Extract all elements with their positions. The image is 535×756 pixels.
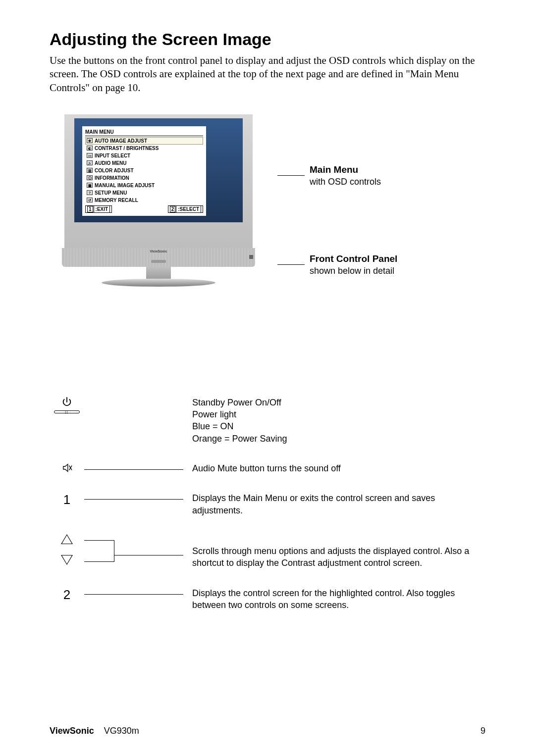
osd-item-label: CONTRAST / BRIGHTNESS bbox=[95, 146, 159, 151]
down-arrow-icon bbox=[61, 555, 73, 565]
button-1-description: Displays the Main Menu or exits the cont… bbox=[192, 492, 485, 516]
monitor-chin: ViewSonic bbox=[62, 248, 255, 267]
callout-line bbox=[277, 264, 305, 265]
key-2: 2 bbox=[170, 206, 176, 212]
exit-label: :EXIT bbox=[94, 205, 110, 213]
power-desc-line: Orange = Power Saving bbox=[192, 433, 485, 445]
osd-item: ✥AUTO IMAGE ADJUST bbox=[85, 137, 203, 145]
front-panel-control-location bbox=[249, 255, 253, 259]
leader-line bbox=[84, 561, 114, 562]
osd-item: ▦MANUAL IMAGE ADJUST bbox=[85, 182, 203, 189]
monitor-stand-neck bbox=[146, 267, 171, 279]
power-icon bbox=[61, 397, 72, 407]
manual-icon: ▦ bbox=[87, 183, 93, 188]
arrows-description: Scrolls through menu options and adjusts… bbox=[192, 545, 485, 569]
select-label: :SELECT bbox=[176, 205, 201, 213]
up-arrow-icon bbox=[61, 534, 73, 544]
callout-main-menu-sub: with OSD controls bbox=[310, 177, 381, 187]
osd-item-label: INPUT SELECT bbox=[95, 153, 130, 158]
callout-fpc-title: Front Control Panel bbox=[310, 253, 397, 264]
contrast-icon: ◐ bbox=[87, 146, 93, 151]
power-desc-line: Standby Power On/Off bbox=[192, 397, 485, 408]
osd-select-button: 2:SELECT bbox=[168, 205, 203, 213]
osd-item-label: AUTO IMAGE ADJUST bbox=[95, 138, 147, 144]
leader-line bbox=[114, 555, 183, 555]
osd-item: ?SETUP MENU bbox=[85, 189, 203, 197]
osd-menu-title: MAIN MENU bbox=[85, 129, 203, 136]
osd-item: 🔊AUDIO MENU bbox=[85, 159, 203, 167]
page-footer: ViewSonic VG930m 9 bbox=[50, 726, 485, 736]
osd-item: ↺MEMORY RECALL bbox=[85, 197, 203, 204]
callout-fpc-sub: shown below in detail bbox=[310, 266, 394, 276]
callout-main-menu-title: Main Menu bbox=[310, 164, 358, 175]
mute-description: Audio Mute button turns the sound off bbox=[192, 462, 485, 474]
speaker-grille bbox=[151, 260, 166, 263]
button-2-description: Displays the control screen for the high… bbox=[192, 587, 485, 611]
speaker-icon: 🔊 bbox=[87, 160, 93, 165]
footer-model: VG930m bbox=[104, 726, 139, 736]
button-1-symbol: 1 bbox=[50, 492, 84, 507]
osd-item-label: SETUP MENU bbox=[95, 190, 127, 196]
info-icon: ⓘ bbox=[87, 175, 93, 180]
leader-line bbox=[84, 469, 183, 470]
page-number: 9 bbox=[481, 726, 485, 736]
osd-item: ◐CONTRAST / BRIGHTNESS bbox=[85, 145, 203, 152]
osd-item: ▥COLOR ADJUST bbox=[85, 167, 203, 174]
osd-item-label: COLOR ADJUST bbox=[95, 168, 134, 173]
osd-exit-button: 1:EXIT bbox=[85, 205, 112, 213]
power-button-shape bbox=[54, 410, 80, 413]
move-icon: ✥ bbox=[87, 138, 93, 143]
osd-item-label: AUDIO MENU bbox=[95, 160, 126, 166]
key-1: 1 bbox=[87, 206, 93, 212]
leader-line bbox=[84, 499, 183, 500]
button-2-symbol: 2 bbox=[50, 587, 84, 603]
osd-item: ⓘINFORMATION bbox=[85, 174, 203, 182]
recall-icon: ↺ bbox=[87, 198, 93, 202]
osd-main-menu: MAIN MENU ✥AUTO IMAGE ADJUST ◐CONTRAST /… bbox=[82, 126, 206, 216]
leader-line bbox=[84, 594, 183, 595]
osd-item: ▭INPUT SELECT bbox=[85, 152, 203, 159]
monitor-stand-base bbox=[102, 279, 215, 287]
page-heading: Adjusting the Screen Image bbox=[50, 30, 485, 49]
osd-item-label: INFORMATION bbox=[95, 175, 129, 181]
callout-line bbox=[277, 175, 305, 176]
monitor-illustration: MAIN MENU ✥AUTO IMAGE ADJUST ◐CONTRAST /… bbox=[64, 114, 485, 293]
color-icon: ▥ bbox=[87, 168, 93, 173]
power-desc-line: Power light bbox=[192, 408, 485, 420]
monitor-brand-label: ViewSonic bbox=[150, 250, 167, 253]
mute-icon bbox=[61, 462, 72, 473]
osd-item-label: MANUAL IMAGE ADJUST bbox=[95, 183, 155, 188]
question-icon: ? bbox=[87, 190, 93, 195]
input-icon: ▭ bbox=[87, 153, 93, 158]
front-panel-controls-list: Standby Power On/Off Power light Blue = … bbox=[50, 397, 485, 611]
leader-line bbox=[114, 555, 114, 562]
osd-item-label: MEMORY RECALL bbox=[95, 198, 138, 203]
footer-brand: ViewSonic bbox=[50, 726, 94, 736]
power-desc-line: Blue = ON bbox=[192, 420, 485, 432]
leader-line bbox=[114, 540, 114, 555]
intro-paragraph: Use the buttons on the front control pan… bbox=[50, 54, 485, 95]
leader-line bbox=[84, 540, 114, 541]
